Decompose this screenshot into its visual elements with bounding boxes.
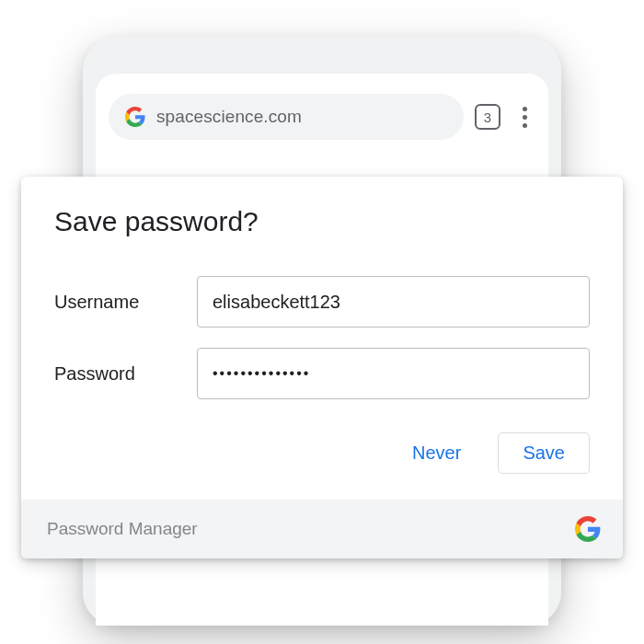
google-logo-icon bbox=[125, 107, 145, 127]
never-button[interactable]: Never bbox=[401, 435, 472, 471]
footer-label: Password Manager bbox=[47, 519, 198, 539]
save-password-dialog: Save password? Username Password •••••••… bbox=[21, 177, 623, 558]
dialog-title: Save password? bbox=[54, 206, 590, 237]
tab-switcher-button[interactable]: 3 bbox=[475, 104, 500, 130]
url-text: spacescience.com bbox=[156, 107, 302, 127]
username-row: Username bbox=[54, 276, 590, 328]
password-label: Password bbox=[54, 363, 197, 385]
password-input[interactable]: •••••••••••••• bbox=[197, 348, 590, 399]
dialog-footer: Password Manager bbox=[21, 500, 623, 558]
username-label: Username bbox=[54, 292, 197, 313]
dialog-actions: Never Save bbox=[54, 432, 590, 474]
overflow-menu-button[interactable] bbox=[512, 104, 537, 130]
tab-count-value: 3 bbox=[484, 109, 491, 125]
more-vert-icon bbox=[523, 107, 527, 128]
omnibox[interactable]: spacescience.com bbox=[109, 94, 464, 140]
username-input[interactable] bbox=[197, 276, 590, 328]
password-row: Password •••••••••••••• bbox=[54, 348, 590, 399]
dialog-body: Save password? Username Password •••••••… bbox=[21, 177, 623, 500]
save-button[interactable]: Save bbox=[498, 432, 590, 474]
address-bar-row: spacescience.com 3 bbox=[96, 94, 548, 140]
google-logo-icon bbox=[575, 516, 601, 542]
